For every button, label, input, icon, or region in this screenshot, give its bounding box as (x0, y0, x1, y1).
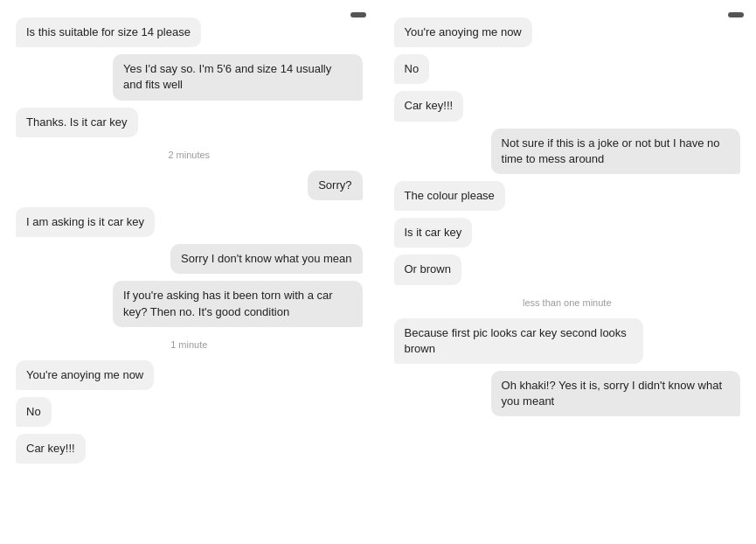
message-row: The colour please (394, 181, 741, 211)
message-bubble: Is this suitable for size 14 please (16, 17, 201, 47)
message-bubble: Sorry I don't know what you mean (170, 244, 362, 274)
message-row: Is this suitable for size 14 please (16, 17, 363, 47)
message-row: You're anoying me now (16, 360, 363, 390)
message-bubble: The colour please (394, 181, 505, 211)
message-bubble: If you're asking has it been torn with a… (113, 281, 362, 326)
message-row: Car key!!! (16, 434, 363, 464)
message-bubble: Car key!!! (16, 434, 86, 464)
message-row: Yes I'd say so. I'm 5'6 and size 14 usua… (16, 54, 363, 100)
message-bubble: No (16, 397, 52, 427)
message-row: No (394, 54, 741, 84)
timestamp: 2 minutes (16, 150, 363, 160)
page-badge-2 (728, 12, 744, 17)
message-bubble: I am asking is it car key (16, 207, 155, 237)
timestamp: less than one minute (394, 297, 741, 308)
message-bubble: Or brown (394, 255, 461, 284)
message-bubble: Yes I'd say so. I'm 5'6 and size 14 usua… (113, 54, 362, 100)
message-bubble: Car key!!! (394, 91, 464, 121)
message-row: Sorry? (16, 171, 363, 200)
message-row: Or brown (394, 255, 741, 284)
message-row: I am asking is it car key (16, 207, 363, 237)
message-bubble: Because first pic looks car key second l… (394, 318, 643, 364)
page-badge-1 (350, 12, 366, 17)
message-row: You're anoying me now (394, 17, 741, 47)
message-row: Thanks. Is it car key (16, 108, 363, 137)
message-bubble: Oh khaki!? Yes it is, sorry I didn't kno… (491, 371, 740, 416)
panel-2: You're anoying me nowNoCar key!!!Not sur… (378, 0, 757, 544)
message-bubble: No (394, 54, 430, 84)
message-row: Is it car key (394, 218, 741, 248)
message-row: If you're asking has it been torn with a… (16, 281, 363, 326)
message-bubble: You're anoying me now (16, 360, 154, 390)
panel-1: Is this suitable for size 14 pleaseYes I… (0, 0, 378, 544)
message-row: Not sure if this is a joke or not but I … (394, 129, 741, 174)
message-row: Oh khaki!? Yes it is, sorry I didn't kno… (394, 371, 741, 416)
timestamp: 1 minute (16, 339, 363, 350)
message-row: Because first pic looks car key second l… (394, 318, 741, 364)
message-row: No (16, 397, 363, 427)
message-bubble: Sorry? (308, 171, 362, 200)
message-bubble: Is it car key (394, 218, 473, 248)
message-bubble: You're anoying me now (394, 17, 532, 47)
message-bubble: Thanks. Is it car key (16, 108, 138, 137)
message-row: Sorry I don't know what you mean (16, 244, 363, 274)
message-row: Car key!!! (394, 91, 741, 121)
message-bubble: Not sure if this is a joke or not but I … (491, 129, 740, 174)
